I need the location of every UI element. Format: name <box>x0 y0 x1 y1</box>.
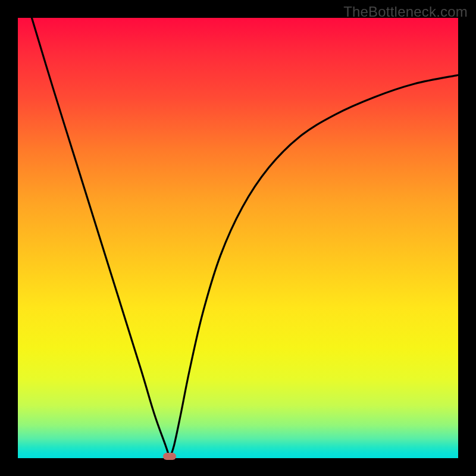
minimum-marker <box>163 453 176 460</box>
curve-path <box>31 15 458 458</box>
bottleneck-curve <box>18 18 458 458</box>
chart-frame: TheBottleneck.com <box>0 0 476 476</box>
plot-area <box>18 18 458 458</box>
